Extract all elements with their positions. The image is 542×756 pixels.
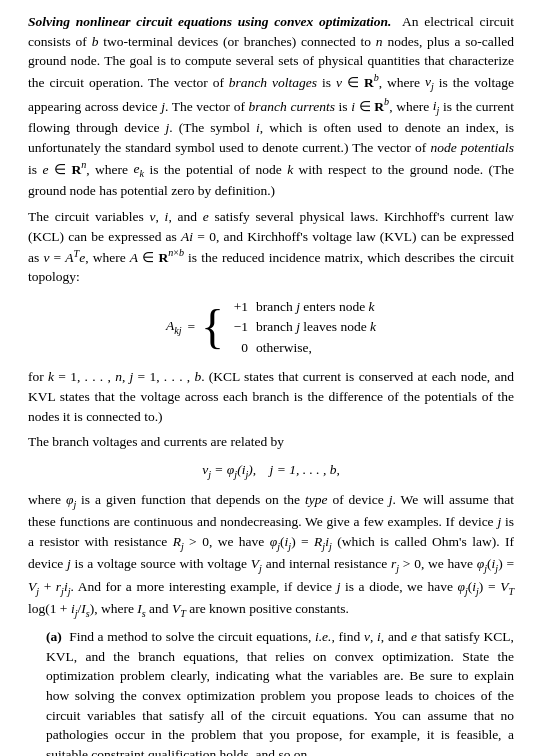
circuit-vars-paragraph: The circuit variables v, i, and e satisf… [28,207,514,287]
branch-related-paragraph: The branch voltages and currents are rel… [28,432,514,452]
page-content: Solving nonlinear circuit equations usin… [28,12,514,756]
title-text: Solving nonlinear circuit equations usin… [28,14,391,29]
matrix-equation: Akj = { +1 branch j enters node k −1 bra… [28,297,514,358]
equals-sign: = [187,317,195,337]
matrix-label: Akj [166,316,182,338]
where-phi-paragraph: where φj is a given function that depend… [28,490,514,621]
for-k-paragraph: for k = 1, . . . , n, j = 1, . . . , b. … [28,367,514,426]
left-brace: { [201,303,224,351]
part-a: (a) Find a method to solve the circuit e… [28,627,514,756]
matrix-row-2: −1 branch j leaves node k [230,317,376,337]
matrix-row-3: 0 otherwise, [230,338,376,358]
matrix-row-1: +1 branch j enters node k [230,297,376,317]
intro-paragraph: Solving nonlinear circuit equations usin… [28,12,514,201]
part-a-paragraph: (a) Find a method to solve the circuit e… [46,627,514,756]
matrix-cases: +1 branch j enters node k −1 branch j le… [230,297,376,358]
phi-equation: vj = φj(ij), j = 1, . . . , b, [28,460,514,482]
